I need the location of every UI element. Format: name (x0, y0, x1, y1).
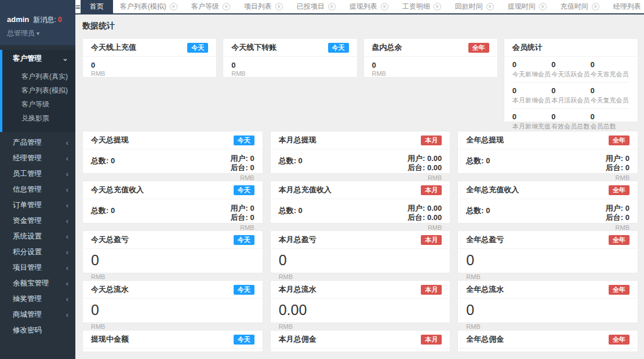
card-body: 0RMB (364, 57, 497, 81)
sidebar: admin新消息: 0 总管理员▾ 客户管理⌄客户列表(真实)客户列表(模拟)客… (0, 0, 75, 359)
sidebar-item[interactable]: 产品管理‹ (0, 135, 75, 151)
tab-home[interactable]: 首页 (81, 0, 113, 13)
stat-card: 本月总提现本月总数: 0用户: 0.00后台: 0.00RMB (270, 131, 451, 174)
member-stat-value: 0 (551, 112, 590, 121)
sidebar-subitem[interactable]: 兑换影票 (0, 111, 75, 125)
member-stats-row: 0今天新增会员0今天活跃会员0今天首充会员 (512, 57, 630, 83)
tab-item[interactable]: 已投项目× (290, 0, 343, 13)
chevron-left-icon: ‹ (66, 213, 68, 229)
card-title: 盘内总余 (372, 42, 402, 53)
sidebar-item[interactable]: 修改密码 (0, 323, 75, 338)
member-stat: 0本月新增充值 (512, 112, 551, 131)
sidebar-item[interactable]: 客户管理⌄ (0, 50, 75, 67)
stat-card: 本月总佣金本月 (270, 330, 451, 352)
user-value: 用户: 0 (230, 154, 254, 163)
member-stat: 0今天复充会员 (591, 86, 630, 105)
user-role-label: 总管理员 (7, 29, 35, 37)
sidebar-menu: 客户管理⌄客户列表(真实)客户列表(模拟)客户等级兑换影票产品管理‹经理管理‹员… (0, 45, 75, 338)
sidebar-item[interactable]: 抽奖管理‹ (0, 291, 75, 307)
total-value: 总数: 0 (91, 156, 115, 182)
card-title: 全年总充值收入 (466, 185, 519, 195)
card-badge: 本月 (421, 185, 442, 195)
tab-close-icon[interactable]: × (275, 3, 283, 10)
card-header: 全年总提现全年 (458, 131, 638, 149)
tab-close-icon[interactable]: × (328, 3, 336, 10)
sidebar-item[interactable]: 信息管理‹ (0, 182, 75, 197)
tab-item[interactable]: 客户等级× (184, 0, 237, 13)
sidebar-item[interactable]: 项目管理‹ (0, 260, 75, 276)
tab-item[interactable]: 项目列表× (237, 0, 290, 13)
sidebar-item-label: 积分设置 (13, 248, 42, 256)
tab-close-icon[interactable]: × (381, 3, 388, 10)
stat-card: 全年总佣金全年 (457, 330, 638, 352)
user-value: 用户: 0.00 (407, 204, 442, 213)
stat-value-large: 0.00 (279, 302, 442, 318)
sidebar-item[interactable]: 积分设置‹ (0, 244, 75, 260)
tab-close-icon[interactable]: × (434, 3, 441, 10)
sidebar-item[interactable]: 余额宝管理‹ (0, 276, 75, 291)
stat-value: 0 (231, 61, 348, 69)
sidebar-item-label: 抽奖管理 (13, 295, 42, 303)
tab-item[interactable]: 客户列表(模拟)× (113, 0, 184, 13)
sidebar-item[interactable]: 员工管理‹ (0, 166, 75, 182)
member-stat-value: 0 (512, 60, 551, 69)
card-title: 今天线下转账 (231, 42, 276, 53)
card-title: 今天线上充值 (91, 42, 136, 53)
card-header: 全年总佣金全年 (458, 331, 638, 349)
card-badge: 今天 (328, 43, 349, 53)
card-header: 全年总盈亏全年 (458, 231, 638, 249)
tab-close-icon[interactable]: × (223, 3, 230, 10)
chevron-left-icon: ‹ (66, 151, 68, 166)
stat-row: 今天总充值收入今天总数: 0用户: 0后台: 0RMB本月总充值收入本月总数: … (82, 181, 638, 224)
tab-close-icon[interactable]: × (592, 3, 599, 10)
sidebar-subitem[interactable]: 客户列表(真实) (0, 69, 75, 83)
chevron-left-icon: ‹ (66, 229, 68, 244)
menu-toggle-button[interactable]: ≡ (75, 0, 81, 13)
sidebar-item[interactable]: 系统设置‹ (0, 229, 75, 244)
card-title: 本月总盈亏 (279, 232, 316, 248)
member-stat-label: 今天复充会员 (591, 96, 630, 105)
sidebar-item-label: 客户管理 (13, 54, 42, 63)
member-stat-label: 今天活跃会员 (551, 70, 590, 79)
card-title: 本月总流水 (279, 281, 316, 298)
tab-item[interactable]: 提现列表× (343, 0, 395, 13)
card-title: 本月总提现 (279, 135, 316, 145)
tab-close-icon[interactable]: × (539, 3, 547, 10)
tab-label: 客户列表(模拟) (120, 2, 166, 12)
sidebar-item[interactable]: 经理管理‹ (0, 151, 75, 166)
stat-unit: RMB (372, 70, 489, 77)
tab-close-icon[interactable]: × (486, 3, 494, 10)
user-value: 用户: 0 (606, 154, 630, 163)
stat-unit: RMB (91, 70, 208, 77)
tab-item[interactable]: 回款时间× (448, 0, 501, 13)
tab-item[interactable]: 充值时间× (554, 0, 606, 13)
stat-value-large: 0 (91, 252, 254, 268)
card-badge: 今天 (234, 185, 254, 195)
member-stats-card: 会员统计0今天新增会员0今天活跃会员0今天首充会员0本月新增会员0本月活跃会员0… (504, 38, 638, 122)
tab-item[interactable]: 工资明细× (395, 0, 448, 13)
chevron-left-icon: ‹ (66, 135, 68, 151)
sidebar-item[interactable]: 商城管理‹ (0, 307, 75, 323)
tab-label: 提现时间 (508, 2, 536, 12)
stat-card: 今天总盈亏今天0RMB (82, 230, 263, 273)
sidebar-item[interactable]: 订单管理‹ (0, 197, 75, 213)
member-stat-value: 0 (512, 86, 551, 95)
tab-item[interactable]: 经理列表× (606, 0, 644, 13)
sidebar-item-label: 信息管理 (13, 185, 42, 193)
total-value: 总数: 0 (466, 206, 490, 232)
member-stat-label: 本月新增会员 (512, 96, 551, 105)
member-stat-label: 会员总数 (591, 122, 630, 131)
total-value: 总数: 0 (279, 156, 303, 182)
tab-item[interactable]: 提现时间× (501, 0, 554, 13)
member-stat-label: 今天新增会员 (512, 70, 551, 79)
sidebar-subitem[interactable]: 客户等级 (0, 97, 75, 111)
card-title: 全年总佣金 (466, 334, 504, 345)
topbar: ≡ 首页客户列表(模拟)×客户等级×项目列表×已投项目×提现列表×工资明细×回款… (75, 0, 644, 14)
stat-card: 今天总充值收入今天总数: 0用户: 0后台: 0RMB (82, 181, 263, 224)
sidebar-item[interactable]: 资金管理‹ (0, 213, 75, 229)
tab-close-icon[interactable]: × (170, 3, 177, 10)
summary-card-row: 今天线上充值今天0RMB今天线下转账今天0RMB盘内总余全年0RMB会员统计0今… (82, 38, 638, 122)
sidebar-subitem[interactable]: 客户列表(模拟) (0, 83, 75, 97)
user-role-dropdown[interactable]: 总管理员▾ (7, 28, 68, 38)
tab-bar: 首页客户列表(模拟)×客户等级×项目列表×已投项目×提现列表×工资明细×回款时间… (81, 0, 644, 13)
